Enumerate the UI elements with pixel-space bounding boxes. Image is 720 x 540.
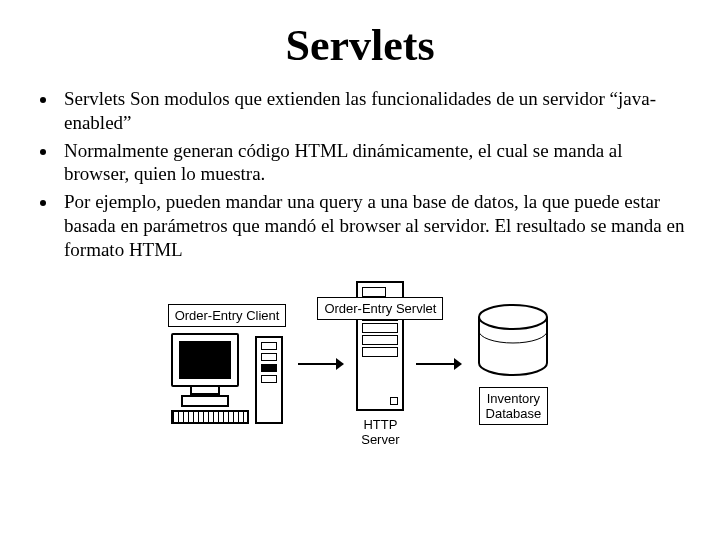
bullet-list: Servlets Son modulos que extienden las f… — [30, 87, 690, 261]
arrow-icon — [298, 356, 344, 372]
server-node: Order-Entry Servlet HTTP Server — [356, 281, 404, 447]
servlet-label: Order-Entry Servlet — [317, 297, 443, 320]
server-caption: HTTP Server — [361, 417, 399, 447]
bullet-item: Normalmente generan código HTML dinámica… — [58, 139, 690, 187]
svg-marker-1 — [336, 358, 344, 370]
client-computer-icon — [171, 333, 283, 424]
svg-point-4 — [479, 305, 547, 329]
client-label: Order-Entry Client — [168, 304, 287, 327]
database-cylinder-icon — [474, 303, 552, 381]
svg-marker-3 — [454, 358, 462, 370]
slide-title: Servlets — [30, 20, 690, 71]
arrow-icon — [416, 356, 462, 372]
database-node: Inventory Database — [474, 303, 552, 425]
bullet-item: Por ejemplo, pueden mandar una query a u… — [58, 190, 690, 261]
architecture-diagram: Order-Entry Client Order-Ent — [30, 281, 690, 447]
database-label: Inventory Database — [479, 387, 549, 425]
client-node: Order-Entry Client — [168, 304, 287, 424]
bullet-item: Servlets Son modulos que extienden las f… — [58, 87, 690, 135]
